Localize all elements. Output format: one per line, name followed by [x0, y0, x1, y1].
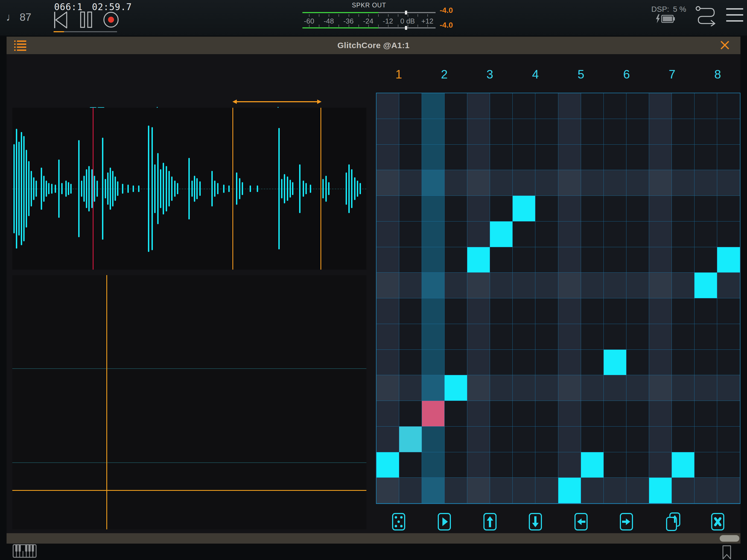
step-cell-r13c10[interactable] [581, 401, 604, 427]
step-cell-r14c16[interactable] [717, 427, 740, 452]
step-cell-r4c1[interactable] [377, 170, 399, 196]
step-cell-r14c12[interactable] [626, 427, 649, 452]
step-cell-r7c15[interactable] [695, 247, 717, 273]
step-cell-r8c14[interactable] [672, 273, 695, 298]
step-cell-r1c8[interactable] [535, 93, 558, 119]
step-cell-r7c3[interactable] [422, 247, 445, 273]
step-cell-r11c4[interactable] [445, 350, 467, 376]
step-cell-r16c7[interactable] [513, 478, 535, 503]
step-cell-r9c13[interactable] [649, 298, 672, 324]
step-cell-r3c15[interactable] [695, 145, 717, 170]
step-cell-r13c8[interactable] [535, 401, 558, 427]
tempo-display[interactable]: ♩ 87 [6, 11, 31, 23]
step-cell-r16c3[interactable] [422, 478, 445, 503]
step-cell-r4c3[interactable] [422, 170, 445, 196]
step-cell-r3c14[interactable] [672, 145, 695, 170]
step-cell-r16c11[interactable] [604, 478, 626, 503]
step-cell-r4c9[interactable] [558, 170, 581, 196]
step-cell-r1c12[interactable] [626, 93, 649, 119]
step-cell-r7c13[interactable] [649, 247, 672, 273]
step-cell-r10c1[interactable] [377, 324, 399, 350]
step-cell-r6c12[interactable] [626, 222, 649, 247]
step-cell-r6c5[interactable] [467, 222, 490, 247]
step-cell-r15c1[interactable] [377, 452, 399, 478]
step-cell-r10c14[interactable] [672, 324, 695, 350]
step-cell-r14c3[interactable] [422, 427, 445, 452]
step-cell-r15c2[interactable] [399, 452, 422, 478]
step-cell-r7c5[interactable] [467, 247, 490, 273]
step-cell-r13c12[interactable] [626, 401, 649, 427]
step-cell-r11c5[interactable] [467, 350, 490, 376]
step-cell-r13c2[interactable] [399, 401, 422, 427]
step-cell-r1c16[interactable] [717, 93, 740, 119]
step-cell-r12c8[interactable] [535, 375, 558, 401]
step-cell-r11c11[interactable] [604, 350, 626, 376]
pause-button[interactable] [80, 11, 93, 29]
step-cell-r1c15[interactable] [695, 93, 717, 119]
step-cell-r1c2[interactable] [399, 93, 422, 119]
step-cell-r15c9[interactable] [558, 452, 581, 478]
step-cell-r10c10[interactable] [581, 324, 604, 350]
step-cell-r8c13[interactable] [649, 273, 672, 298]
step-cell-r1c9[interactable] [558, 93, 581, 119]
step-cell-r3c10[interactable] [581, 145, 604, 170]
step-cell-r11c1[interactable] [377, 350, 399, 376]
step-cell-r9c1[interactable] [377, 298, 399, 324]
shift-left-button[interactable] [574, 512, 588, 531]
step-cell-r9c9[interactable] [558, 298, 581, 324]
step-cell-r16c10[interactable] [581, 478, 604, 503]
step-cell-r10c6[interactable] [490, 324, 513, 350]
step-cell-r2c1[interactable] [377, 119, 399, 145]
step-cell-r6c6[interactable] [490, 222, 513, 247]
step-cell-r14c7[interactable] [513, 427, 535, 452]
step-cell-r10c13[interactable] [649, 324, 672, 350]
step-cell-r15c4[interactable] [445, 452, 467, 478]
step-cell-r5c12[interactable] [626, 196, 649, 222]
step-cell-r14c13[interactable] [649, 427, 672, 452]
step-cell-r4c16[interactable] [717, 170, 740, 196]
step-cell-r11c9[interactable] [558, 350, 581, 376]
step-cell-r5c5[interactable] [467, 196, 490, 222]
step-cell-r4c11[interactable] [604, 170, 626, 196]
step-cell-r11c13[interactable] [649, 350, 672, 376]
step-cell-r14c10[interactable] [581, 427, 604, 452]
step-cell-r4c14[interactable] [672, 170, 695, 196]
step-cell-r3c8[interactable] [535, 145, 558, 170]
step-cell-r1c5[interactable] [467, 93, 490, 119]
step-cell-r15c13[interactable] [649, 452, 672, 478]
step-cell-r14c9[interactable] [558, 427, 581, 452]
step-cell-r13c13[interactable] [649, 401, 672, 427]
step-cell-r3c2[interactable] [399, 145, 422, 170]
clear-button[interactable] [711, 512, 725, 531]
step-cell-r15c16[interactable] [717, 452, 740, 478]
step-cell-r14c14[interactable] [672, 427, 695, 452]
step-cell-r2c13[interactable] [649, 119, 672, 145]
step-cell-r11c2[interactable] [399, 350, 422, 376]
step-cell-r7c4[interactable] [445, 247, 467, 273]
selection-start-line[interactable] [232, 108, 233, 270]
step-cell-r14c11[interactable] [604, 427, 626, 452]
shift-up-button[interactable] [483, 512, 497, 531]
randomize-button[interactable] [391, 512, 406, 531]
step-cell-r1c13[interactable] [649, 93, 672, 119]
step-cell-r13c3[interactable] [422, 401, 445, 427]
step-cell-r13c4[interactable] [445, 401, 467, 427]
step-cell-r6c11[interactable] [604, 222, 626, 247]
step-cell-r8c5[interactable] [467, 273, 490, 298]
step-cell-r8c1[interactable] [377, 273, 399, 298]
step-cell-r4c5[interactable] [467, 170, 490, 196]
step-cell-r11c6[interactable] [490, 350, 513, 376]
step-cell-r11c12[interactable] [626, 350, 649, 376]
step-cell-r14c15[interactable] [695, 427, 717, 452]
step-cell-r1c14[interactable] [672, 93, 695, 119]
step-cell-r15c14[interactable] [672, 452, 695, 478]
step-cell-r15c5[interactable] [467, 452, 490, 478]
waveform-display[interactable] [12, 108, 366, 270]
step-cell-r12c7[interactable] [513, 375, 535, 401]
step-cell-r7c7[interactable] [513, 247, 535, 273]
step-cell-r9c15[interactable] [695, 298, 717, 324]
step-cell-r2c16[interactable] [717, 119, 740, 145]
step-cell-r11c7[interactable] [513, 350, 535, 376]
step-cell-r6c4[interactable] [445, 222, 467, 247]
step-cell-r4c12[interactable] [626, 170, 649, 196]
